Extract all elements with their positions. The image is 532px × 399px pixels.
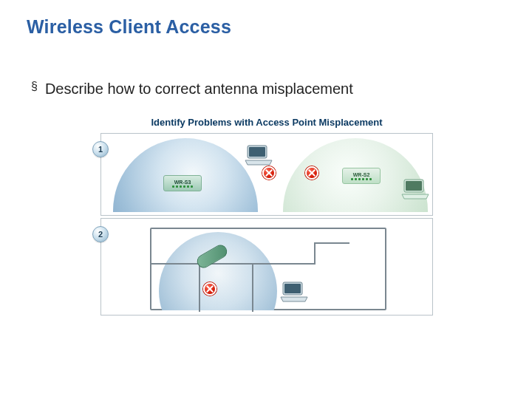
floorplan [150,228,386,310]
bullet-marker: § [31,81,38,92]
laptop-icon [243,144,274,166]
panel-number-badge: 2 [92,226,109,242]
svg-rect-3 [406,181,422,191]
diagram-panel-1: 1 WR-S3 WR-S2 [100,133,433,216]
access-point-2-label: WR-S2 [353,172,370,177]
diagram: Identify Problems with Access Point Misp… [100,117,433,316]
access-point-1: WR-S3 [163,175,202,191]
panel-number-badge: 1 [92,141,109,157]
no-signal-icon [305,166,318,180]
coverage-circle-blue [159,232,277,310]
wall-icon [199,263,200,312]
wall-icon [151,263,314,265]
diagram-panel-2: 2 [100,218,433,316]
slide: Wireless Client Access § Describe how to… [0,0,532,399]
bullet-text: Describe how to correct antenna misplace… [45,81,353,98]
wall-icon [252,263,253,312]
led-row-icon [172,185,193,188]
access-point-2: WR-S2 [342,168,381,184]
wall-icon [314,242,349,244]
page-title: Wireless Client Access [27,16,505,38]
laptop-icon [279,281,310,303]
no-signal-icon [203,282,216,296]
wall-icon [314,242,316,265]
led-row-icon [351,178,372,180]
no-signal-icon [262,166,276,180]
svg-rect-1 [249,147,265,157]
bullet-item: § Describe how to correct antenna mispla… [31,81,505,98]
laptop-icon [400,178,431,200]
svg-rect-5 [284,284,301,293]
access-point-1-label: WR-S3 [174,180,191,185]
diagram-heading: Identify Problems with Access Point Misp… [100,117,433,128]
